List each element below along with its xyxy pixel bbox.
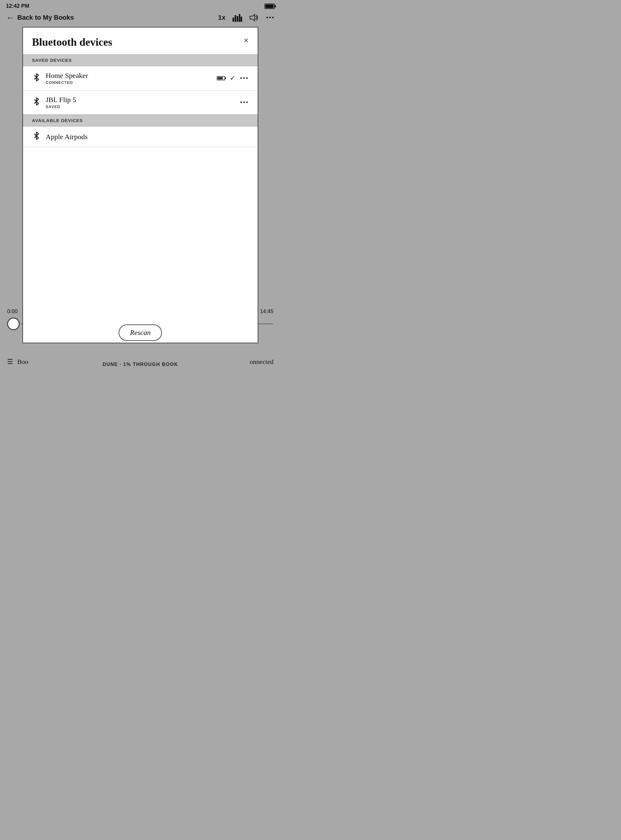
device-info-jbl-flip5: JBL Flip 5 SAVED <box>46 96 240 109</box>
playback-speed[interactable]: 1x <box>218 14 225 21</box>
bluetooth-icon-home-speaker <box>32 73 41 83</box>
device-status-jbl-flip5: SAVED <box>46 104 240 109</box>
total-time: 14:45 <box>260 308 274 315</box>
scrubber-thumb[interactable] <box>7 318 20 330</box>
back-button[interactable]: ← Back to My Books <box>6 14 218 22</box>
device-item-home-speaker[interactable]: Home Speaker CONNECTED ✓ ••• <box>23 66 257 91</box>
nav-bar: ← Back to My Books 1x ••• <box>0 12 281 26</box>
book-progress-bar: DUNE · 1% THROUGH BOOK <box>0 362 281 367</box>
back-arrow-icon: ← <box>6 14 14 22</box>
device-info-apple-airpods: Apple Airpods <box>46 133 249 141</box>
modal-close-button[interactable]: × <box>244 36 249 45</box>
svg-marker-5 <box>250 14 254 21</box>
device-actions-jbl-flip5: ••• <box>240 98 249 106</box>
device-item-apple-airpods[interactable]: Apple Airpods <box>23 127 257 147</box>
device-menu-jbl-flip5[interactable]: ••• <box>240 98 249 106</box>
saved-devices-header: SAVED DEVICES <box>23 54 257 66</box>
more-options-icon[interactable]: ••• <box>266 14 275 21</box>
status-bar: 12:42 PM <box>0 0 281 12</box>
saved-devices-label: SAVED DEVICES <box>32 58 72 63</box>
current-time: 0:00 <box>7 308 18 315</box>
device-battery-home-speaker <box>217 76 225 80</box>
device-status-home-speaker: CONNECTED <box>46 80 217 85</box>
device-name-home-speaker: Home Speaker <box>46 72 217 80</box>
bluetooth-icon-jbl-flip5 <box>32 98 41 107</box>
device-actions-home-speaker: ✓ ••• <box>217 74 249 82</box>
bars-icon[interactable] <box>233 14 242 22</box>
svg-rect-2 <box>237 16 238 22</box>
svg-rect-1 <box>235 15 236 22</box>
battery-icon <box>265 4 275 9</box>
device-menu-home-speaker[interactable]: ••• <box>240 74 249 82</box>
available-devices-header: AVAILABLE DEVICES <box>23 115 257 127</box>
available-devices-label: AVAILABLE DEVICES <box>32 118 83 123</box>
device-name-apple-airpods: Apple Airpods <box>46 133 249 141</box>
device-item-jbl-flip5[interactable]: JBL Flip 5 SAVED ••• <box>23 91 257 115</box>
bluetooth-icon-apple-airpods <box>32 132 41 141</box>
status-time: 12:42 PM <box>6 3 29 9</box>
modal-header: Bluetooth devices × <box>23 27 257 54</box>
back-label: Back to My Books <box>17 14 74 21</box>
svg-rect-4 <box>241 17 242 22</box>
nav-controls: 1x ••• <box>218 14 275 22</box>
device-info-home-speaker: Home Speaker CONNECTED <box>46 72 217 85</box>
connected-check-home-speaker: ✓ <box>230 74 235 82</box>
svg-rect-3 <box>239 14 240 22</box>
svg-rect-0 <box>233 18 234 22</box>
rescan-button[interactable]: Rescan <box>118 324 162 341</box>
device-name-jbl-flip5: JBL Flip 5 <box>46 96 240 104</box>
modal-title: Bluetooth devices <box>32 36 112 48</box>
volume-icon[interactable] <box>249 14 259 22</box>
bluetooth-modal: Bluetooth devices × SAVED DEVICES Home S… <box>23 27 258 343</box>
book-progress-text: DUNE · 1% THROUGH BOOK <box>103 362 178 367</box>
